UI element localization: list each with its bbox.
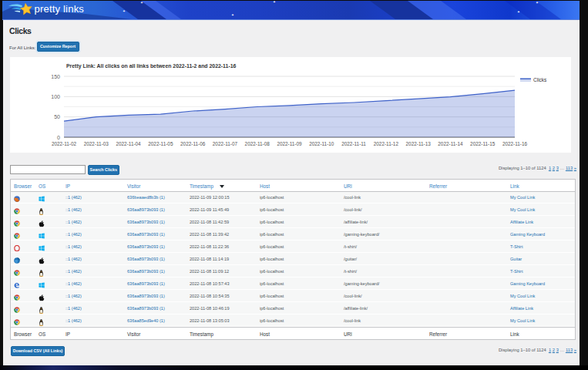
svg-text:2022-11-04: 2022-11-04 [116,141,141,146]
svg-text:2022-11-16: 2022-11-16 [502,141,528,146]
svg-text:150: 150 [51,73,60,79]
svg-text:100: 100 [51,93,60,99]
svg-text:2022-11-07: 2022-11-07 [213,141,238,146]
svg-text:2022-11-10: 2022-11-10 [309,141,334,146]
svg-text:2022-11-05: 2022-11-05 [148,141,173,146]
svg-text:2022-11-13: 2022-11-13 [406,141,432,146]
svg-text:Pretty Link: All clicks on all: Pretty Link: All clicks on all links bet… [66,62,237,69]
svg-text:0: 0 [57,134,60,140]
svg-text:50: 50 [54,114,60,119]
svg-text:2022-11-02: 2022-11-02 [52,141,77,146]
svg-text:2022-11-03: 2022-11-03 [84,141,109,146]
svg-text:2022-11-09: 2022-11-09 [277,141,302,146]
svg-text:2022-11-06: 2022-11-06 [180,141,206,146]
svg-text:2022-11-11: 2022-11-11 [341,141,366,146]
svg-text:2022-11-12: 2022-11-12 [374,141,399,146]
svg-text:2022-11-08: 2022-11-08 [245,141,270,146]
svg-text:2022-11-14: 2022-11-14 [438,141,463,146]
svg-text:Clicks: Clicks [533,76,547,82]
svg-text:2022-11-15: 2022-11-15 [470,141,496,146]
